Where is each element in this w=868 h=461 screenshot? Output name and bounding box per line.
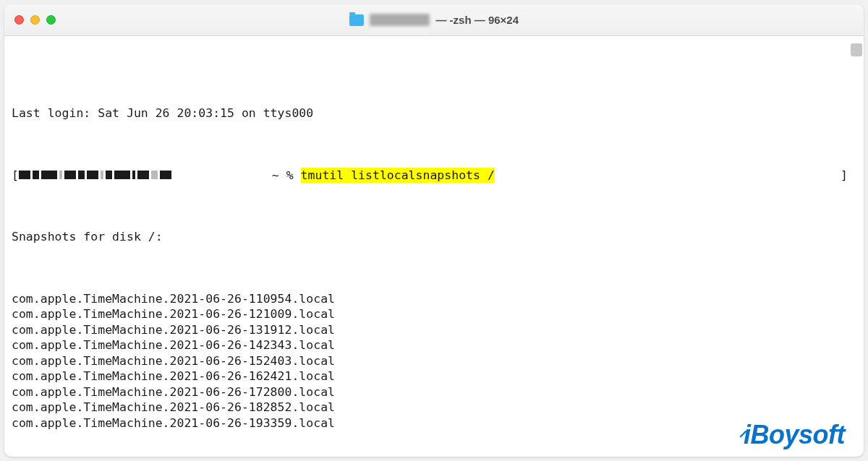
window-title-bar: xxxxxxxxxx — -zsh — 96×24 bbox=[4, 4, 864, 36]
prompt-tail-1: ~ % bbox=[265, 168, 301, 183]
folder-icon bbox=[349, 14, 364, 26]
redacted-host bbox=[19, 170, 265, 180]
close-window-button[interactable] bbox=[14, 15, 24, 25]
window-title-suffix: — -zsh — 96×24 bbox=[435, 14, 519, 26]
minimize-window-button[interactable] bbox=[30, 15, 40, 25]
last-login-line: Last login: Sat Jun 26 20:03:15 on ttys0… bbox=[12, 105, 313, 121]
scrollbar-thumb[interactable] bbox=[851, 43, 862, 56]
prompt-close-bracket: ] bbox=[841, 168, 848, 183]
snapshot-entry: com.apple.TimeMachine.2021-06-26-110954.… bbox=[12, 291, 856, 306]
snapshot-entry: com.apple.TimeMachine.2021-06-26-193359.… bbox=[12, 415, 856, 431]
snapshot-entry: com.apple.TimeMachine.2021-06-26-131912.… bbox=[12, 322, 856, 337]
snapshot-entry: com.apple.TimeMachine.2021-06-26-142343.… bbox=[12, 337, 856, 353]
snapshot-entry: com.apple.TimeMachine.2021-06-26-182852.… bbox=[12, 400, 856, 415]
traffic-lights bbox=[14, 15, 56, 25]
snapshot-entry: com.apple.TimeMachine.2021-06-26-172800.… bbox=[12, 384, 856, 400]
watermark-logo: ⸝iBoysoft bbox=[736, 418, 846, 452]
snapshot-entry: com.apple.TimeMachine.2021-06-26-152403.… bbox=[12, 353, 856, 369]
terminal-window: xxxxxxxxxx — -zsh — 96×24 Last login: Sa… bbox=[4, 4, 864, 457]
snapshots-header: Snapshots for disk /: bbox=[12, 229, 163, 244]
maximize-window-button[interactable] bbox=[46, 15, 56, 25]
window-title: xxxxxxxxxx — -zsh — 96×24 bbox=[349, 14, 519, 26]
snapshots-list: com.apple.TimeMachine.2021-06-26-110954.… bbox=[12, 291, 856, 431]
snapshot-entry: com.apple.TimeMachine.2021-06-26-162421.… bbox=[12, 369, 856, 384]
snapshot-entry: com.apple.TimeMachine.2021-06-26-121009.… bbox=[12, 306, 856, 322]
command-list-snapshots: tmutil listlocalsnapshots / bbox=[301, 168, 495, 183]
terminal-output[interactable]: Last login: Sat Jun 26 20:03:15 on ttys0… bbox=[4, 36, 864, 457]
prompt-open-bracket: [ bbox=[12, 168, 19, 183]
redacted-title-user: xxxxxxxxxx bbox=[370, 14, 430, 26]
